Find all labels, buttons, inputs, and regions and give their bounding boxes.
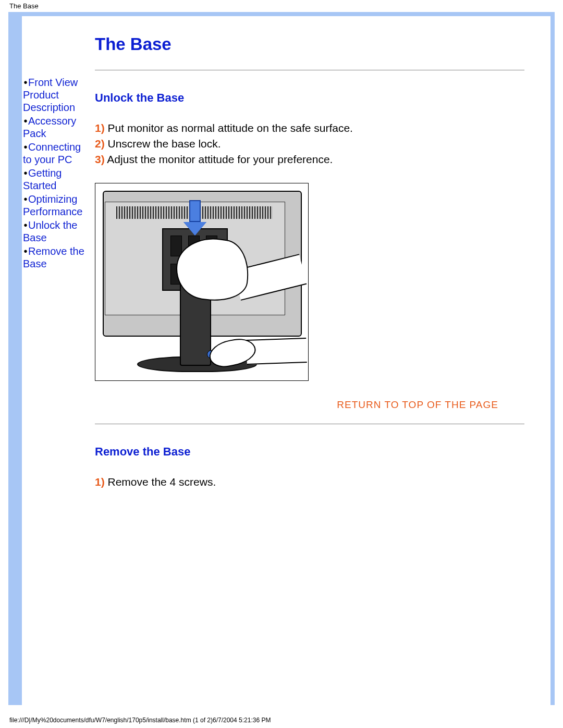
sidebar-item-getting-started[interactable]: •Getting Started: [23, 167, 84, 192]
step-text: Adjust the monitor attitude for your pre…: [105, 153, 333, 165]
section-unlock-title: Unlock the Base: [95, 91, 524, 105]
step: 1) Remove the 4 screws.: [95, 474, 524, 490]
return-to-top-link[interactable]: RETURN TO TOP OF THE PAGE: [95, 399, 498, 411]
step-text: Remove the 4 screws.: [105, 476, 216, 488]
arrow-down-icon: [187, 200, 203, 236]
step-number: 1): [95, 476, 105, 488]
divider: [95, 70, 524, 70]
step-number: 3): [95, 153, 105, 165]
sidebar-item-accessory-pack[interactable]: •Accessory Pack: [23, 115, 84, 140]
unlock-illustration: [95, 183, 309, 381]
footer-path: file:///D|/My%20documents/dfu/W7/english…: [0, 712, 563, 728]
sidebar-item-connecting[interactable]: •Connecting to your PC: [23, 141, 84, 166]
sidebar-item-remove-base[interactable]: •Remove the Base: [23, 245, 84, 270]
step-number: 1): [95, 122, 105, 134]
step-text: Put monitor as normal attitude on the sa…: [105, 122, 353, 134]
content-frame: •Front View Product Description •Accesso…: [8, 12, 555, 705]
step: 2) Unscrew the base lock.: [95, 136, 524, 152]
step-text: Unscrew the base lock.: [105, 138, 221, 150]
window-title: The Base: [0, 0, 563, 12]
sidebar-item-unlock-base[interactable]: •Unlock the Base: [23, 219, 84, 244]
step-number: 2): [95, 138, 105, 150]
divider: [95, 424, 524, 424]
step: 1) Put monitor as normal attitude on the…: [95, 120, 524, 136]
sidebar-item-front-view[interactable]: •Front View Product Description: [23, 76, 84, 114]
main-content: The Base Unlock the Base 1) Put monitor …: [84, 16, 550, 705]
sidebar-item-optimizing[interactable]: •Optimizing Performance: [23, 193, 84, 218]
step: 3) Adjust the monitor attitude for your …: [95, 152, 524, 167]
page-title: The Base: [95, 34, 524, 54]
unlock-steps: 1) Put monitor as normal attitude on the…: [95, 120, 524, 167]
remove-steps: 1) Remove the 4 screws.: [95, 474, 524, 490]
section-remove-title: Remove the Base: [95, 445, 524, 459]
sidebar: •Front View Product Description •Accesso…: [22, 16, 84, 705]
